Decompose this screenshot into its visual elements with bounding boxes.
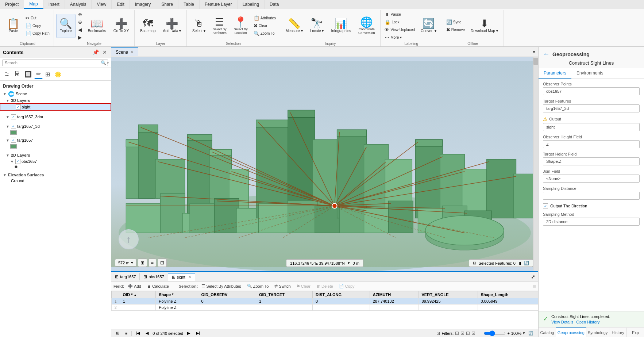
map-view[interactable]: ↑ 572 m ▾ ⊞ ≡ ⊡ 116.3724675°E 39.9471588… bbox=[111, 57, 538, 271]
coord-conversion-button[interactable]: 🌐 CoordinateConversion bbox=[355, 14, 378, 38]
copy-button[interactable]: 📄 Copy bbox=[24, 22, 51, 30]
clear-table-btn[interactable]: ✖ Clear bbox=[294, 283, 313, 290]
clear-selection-button[interactable]: ✖ Clear bbox=[252, 22, 278, 30]
locate-button[interactable]: 🔭 Locate ▾ bbox=[307, 14, 327, 38]
tab-analysis[interactable]: Analysis bbox=[65, 0, 92, 9]
layer-tool-btn-3[interactable]: 🔲 bbox=[23, 70, 34, 79]
switch-btn[interactable]: ⇄ Switch bbox=[272, 283, 293, 290]
sight-tab-close[interactable]: ✕ bbox=[188, 275, 191, 279]
tab-view[interactable]: View bbox=[92, 0, 112, 9]
scene-tab[interactable]: Scene ✕ bbox=[111, 47, 138, 56]
select-by-attr-table-btn[interactable]: ☰ Select By Attributes bbox=[199, 283, 243, 290]
zoom-to-button[interactable]: 🔍 Zoom To bbox=[252, 30, 278, 37]
map-scrollbar-vertical[interactable] bbox=[533, 57, 538, 271]
panel-tab-symbology[interactable]: Symbology bbox=[586, 328, 609, 337]
table-menu-btn[interactable]: ≡ bbox=[533, 283, 536, 290]
sync-button[interactable]: 🔄 Sync bbox=[444, 18, 467, 26]
contents-pin-icon[interactable]: 📌 bbox=[92, 49, 100, 55]
tab-share[interactable]: Share bbox=[156, 0, 178, 9]
map-tab-menu[interactable]: ▾ bbox=[530, 47, 538, 56]
view-details-link[interactable]: View Details bbox=[551, 320, 573, 324]
coords-dropdown[interactable]: ▾ bbox=[348, 261, 350, 265]
goto-xy-button[interactable]: ➕ Go To XY bbox=[110, 14, 132, 38]
tab-project[interactable]: Project bbox=[0, 0, 24, 9]
contents-close-icon[interactable]: ✕ bbox=[101, 49, 108, 55]
tab-imagery[interactable]: Imagery bbox=[130, 0, 156, 9]
delete-btn[interactable]: 🗑 Delete bbox=[314, 283, 335, 290]
col-oid-target[interactable]: OID_TARGET bbox=[256, 291, 312, 298]
target-input[interactable] bbox=[543, 104, 640, 112]
refresh-table-btn[interactable]: 🔄 bbox=[527, 330, 535, 336]
tab-feature-layer[interactable]: Feature Layer bbox=[200, 0, 238, 9]
tab-edit[interactable]: Edit bbox=[112, 0, 130, 9]
calculate-btn[interactable]: 🖩 Calculate bbox=[145, 283, 171, 290]
targ-checkbox[interactable] bbox=[11, 138, 16, 143]
filter-icon-3[interactable]: ⊡ bbox=[466, 330, 470, 336]
layer-item-ground[interactable]: Ground bbox=[0, 178, 111, 184]
map-scale-selector[interactable]: 572 m ▾ bbox=[115, 259, 136, 267]
list-view-btn[interactable]: ≡ bbox=[149, 259, 157, 267]
table-list-type-btn[interactable]: ≡ bbox=[123, 330, 129, 336]
sampling-input[interactable] bbox=[543, 192, 640, 200]
sampling-method-input[interactable] bbox=[543, 218, 640, 226]
refresh-map-btn[interactable]: 🔄 bbox=[524, 261, 529, 265]
table-tab-sight[interactable]: ⊞ sight ✕ bbox=[168, 273, 195, 281]
obs-height-input[interactable] bbox=[543, 140, 640, 148]
view-unplaced-button[interactable]: 👁 View Unplaced bbox=[383, 26, 417, 33]
panel-tab-exp[interactable]: Exp bbox=[627, 328, 644, 337]
download-map-button[interactable]: ⬇ Download Map ▾ bbox=[467, 14, 501, 38]
layer-tool-btn-4[interactable]: ✏ bbox=[34, 69, 43, 79]
scroll-thumb-v[interactable] bbox=[533, 58, 538, 65]
filter-icon-1[interactable]: ⊡ bbox=[455, 330, 459, 336]
pause-button[interactable]: ⏸ Pause bbox=[383, 11, 417, 18]
copy-path-button[interactable]: 📄 Copy Path bbox=[24, 30, 51, 37]
zoom-in-button[interactable]: ⊕ bbox=[76, 11, 84, 18]
paste-button[interactable]: 📋 Paste bbox=[4, 14, 23, 38]
tab-table[interactable]: Table bbox=[178, 0, 200, 9]
explore-button[interactable]: 🔍 Explore bbox=[56, 14, 76, 38]
last-record-btn[interactable]: ▶| bbox=[194, 330, 202, 336]
table-view-type-btn[interactable]: ⊞ bbox=[114, 330, 121, 336]
lock-button[interactable]: 🔒 Lock bbox=[383, 18, 417, 26]
layer-item-obs1657[interactable]: ▼ obs1657 bbox=[0, 158, 111, 165]
cut-button[interactable]: ✂ Cut bbox=[24, 15, 51, 22]
layer-item-targ1657[interactable]: ▼ targ1657 bbox=[0, 137, 111, 143]
convert-button[interactable]: 🔄 Convert ▾ bbox=[417, 14, 440, 38]
layer-item-sight[interactable]: sight bbox=[0, 103, 111, 111]
observer-input[interactable] bbox=[543, 87, 640, 95]
layer-item-elevation[interactable]: ▼ Elevation Surfaces bbox=[0, 172, 111, 178]
geo-back-btn[interactable]: ← bbox=[543, 50, 549, 58]
table-row[interactable]: 2 Polyline Z bbox=[112, 305, 538, 311]
layer-item-targ1657-3d[interactable]: ▼ targ1657_3d bbox=[0, 123, 111, 130]
measure-button[interactable]: 📏 Measure ▾ bbox=[282, 14, 306, 38]
geo-tab-parameters[interactable]: Parameters bbox=[539, 68, 571, 78]
tab-labeling[interactable]: Labeling bbox=[238, 0, 265, 9]
layer-tool-btn-2[interactable]: 🗄 bbox=[12, 70, 22, 78]
table-content[interactable]: OID * Shape * OID_OBSERV OID_TARGET DIST… bbox=[111, 291, 538, 329]
col-dist-along[interactable]: DIST_ALONG bbox=[313, 291, 370, 298]
sight-checkbox[interactable] bbox=[16, 104, 21, 110]
col-oid-observ[interactable]: OID_OBSERV bbox=[198, 291, 256, 298]
layer-item-3d-layers[interactable]: ▼ 3D Layers bbox=[0, 97, 111, 103]
next-extent-button[interactable]: ▶ bbox=[76, 34, 84, 41]
col-shape-length[interactable]: Shape_Length bbox=[478, 291, 538, 298]
more-button[interactable]: ⋯ More ▾ bbox=[383, 34, 417, 41]
table-tab-obs1657[interactable]: ⊞ obs1657 bbox=[140, 273, 168, 280]
tgt-height-input[interactable] bbox=[543, 157, 640, 165]
output-direction-checkbox[interactable] bbox=[543, 203, 548, 208]
zoom-out-button[interactable]: ⊖ bbox=[76, 18, 84, 26]
targ3d-checkbox[interactable] bbox=[11, 124, 16, 129]
table-maximize-btn[interactable]: ⤢ bbox=[528, 272, 538, 281]
first-record-btn[interactable]: |◀ bbox=[134, 330, 142, 336]
panel-tab-geoprocessing[interactable]: Geoprocessing bbox=[556, 328, 586, 337]
zoom-plus-btn[interactable]: + bbox=[507, 331, 509, 336]
targ3dm-checkbox[interactable] bbox=[11, 114, 16, 119]
layer-tool-btn-6[interactable]: 🌟 bbox=[53, 70, 63, 79]
layer-tool-btn-1[interactable]: 🗂 bbox=[2, 70, 12, 78]
infographics-button[interactable]: 📊 Infographics bbox=[328, 14, 354, 38]
prev-extent-button[interactable]: ◀ bbox=[76, 26, 84, 33]
table-tab-targ1657[interactable]: ⊞ targ1657 bbox=[111, 273, 140, 280]
zoom-dropdown[interactable]: ▾ bbox=[523, 331, 525, 336]
prev-record-btn[interactable]: ◀ bbox=[144, 330, 150, 336]
select-button[interactable]: 🖱 Select ▾ bbox=[189, 14, 209, 38]
